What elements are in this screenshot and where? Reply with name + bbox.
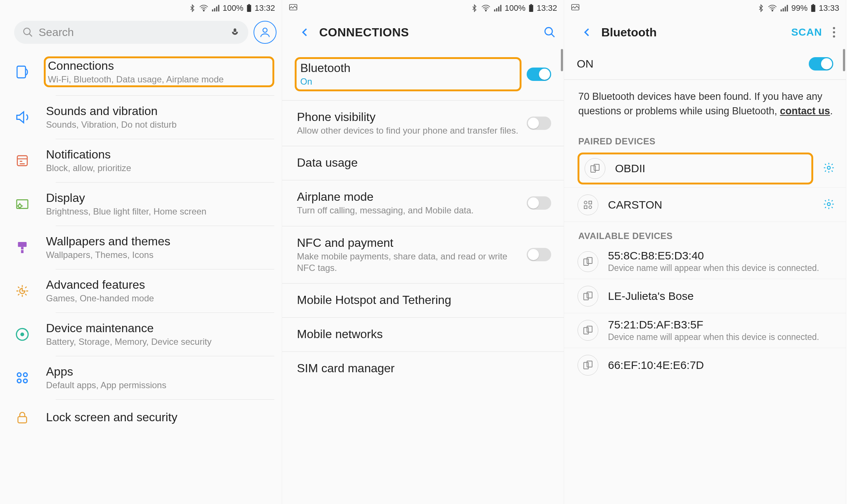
device-icon (585, 158, 605, 179)
device-icon (578, 355, 598, 376)
nfc-toggle[interactable] (527, 248, 551, 261)
settings-sub: Wallpapers, Themes, Icons (46, 250, 272, 260)
device-icon (578, 286, 598, 307)
app-bar: CONNECTIONS (282, 16, 564, 48)
row-title: Phone visibility (297, 110, 519, 124)
svg-rect-47 (589, 201, 592, 204)
svg-point-45 (827, 166, 830, 169)
info-text-b: . (830, 105, 833, 117)
svg-rect-37 (786, 5, 788, 12)
lock-icon (13, 408, 32, 428)
battery-percent: 99% (791, 3, 808, 13)
bluetooth-master-toggle[interactable] (809, 57, 833, 71)
bluetooth-icon (471, 4, 478, 12)
row-title: Mobile Hotspot and Tethering (297, 293, 551, 307)
bluetooth-screen: 99% 13:33 Bluetooth SCAN ON 70 Bluetooth… (564, 0, 846, 504)
row-title: Data usage (297, 156, 551, 170)
signal-icon (212, 4, 220, 12)
conn-item-mobile-networks[interactable]: Mobile networks (282, 318, 564, 352)
search-button[interactable] (541, 23, 559, 41)
svg-point-49 (589, 206, 592, 209)
conn-item-bluetooth[interactable]: Bluetooth On (282, 48, 564, 101)
apps-icon (13, 368, 32, 387)
settings-title: Apps (46, 365, 272, 379)
settings-item-sounds[interactable]: Sounds and vibration Sounds, Vibration, … (0, 95, 282, 139)
svg-rect-30 (530, 4, 532, 5)
back-button[interactable] (578, 23, 596, 41)
settings-title: Connections (48, 59, 270, 73)
svg-rect-13 (18, 242, 26, 247)
available-device[interactable]: LE-Julieta's Bose (564, 279, 846, 313)
settings-item-apps[interactable]: Apps Default apps, App permissions (0, 356, 282, 399)
device-settings-button[interactable] (823, 162, 835, 175)
svg-rect-15 (21, 250, 24, 253)
paired-devices-header: PAIRED DEVICES (564, 127, 846, 150)
svg-point-46 (584, 201, 587, 204)
svg-rect-3 (216, 7, 217, 12)
conn-item-phone-visibility[interactable]: Phone visibility Allow other devices to … (282, 101, 564, 146)
svg-rect-35 (782, 8, 784, 12)
scan-button[interactable]: SCAN (791, 26, 822, 38)
search-bar-row: Search (0, 16, 282, 48)
search-input[interactable]: Search (14, 21, 248, 44)
device-settings-button[interactable] (823, 198, 835, 212)
available-device[interactable]: 66:EF:10:4E:E6:7D (564, 348, 846, 382)
bluetooth-toggle[interactable] (527, 68, 551, 81)
svg-rect-1 (212, 9, 213, 12)
svg-rect-29 (529, 5, 533, 12)
settings-item-maintenance[interactable]: Device maintenance Battery, Storage, Mem… (0, 312, 282, 356)
settings-list[interactable]: Connections Wi-Fi, Bluetooth, Data usage… (0, 48, 282, 504)
settings-title: Notifications (46, 148, 272, 161)
conn-item-sim[interactable]: SIM card manager (282, 352, 564, 386)
wifi-icon (768, 4, 777, 12)
device-icon (578, 194, 598, 215)
settings-item-lockscreen[interactable]: Lock screen and security (0, 399, 282, 436)
svg-rect-44 (594, 164, 599, 170)
available-device[interactable]: 55:8C:B8:E5:D3:40 Device name will appea… (564, 244, 846, 279)
paired-device-obdii[interactable]: OBDII (564, 150, 846, 188)
connections-list[interactable]: Bluetooth On Phone visibility Allow othe… (282, 48, 564, 504)
wallpaper-icon (13, 238, 32, 257)
paired-device-carston[interactable]: CARSTON (564, 188, 846, 222)
bluetooth-content[interactable]: ON 70 Bluetooth devices have been found.… (564, 48, 846, 504)
status-bar: 100% 13:32 (282, 0, 564, 16)
mic-icon[interactable] (230, 27, 240, 37)
svg-point-20 (17, 379, 21, 383)
conn-item-nfc[interactable]: NFC and payment Make mobile payments, sh… (282, 226, 564, 284)
settings-item-notifications[interactable]: Notifications Block, allow, prioritize (0, 139, 282, 182)
svg-rect-51 (584, 259, 589, 265)
scrollbar[interactable] (843, 49, 845, 71)
visibility-toggle[interactable] (527, 117, 551, 130)
conn-item-hotspot[interactable]: Mobile Hotspot and Tethering (282, 284, 564, 318)
screenshot-icon (571, 3, 580, 13)
airplane-toggle[interactable] (527, 196, 551, 210)
svg-point-40 (833, 27, 835, 29)
row-title: Airplane mode (297, 190, 519, 204)
svg-rect-36 (785, 7, 786, 12)
contact-us-link[interactable]: contact us (780, 105, 830, 117)
settings-sub: Default apps, App permissions (46, 380, 272, 390)
conn-item-data-usage[interactable]: Data usage (282, 146, 564, 180)
conn-item-airplane[interactable]: Airplane mode Turn off calling, messagin… (282, 180, 564, 226)
back-button[interactable] (296, 23, 314, 41)
available-device[interactable]: 75:21:D5:AF:B3:5F Device name will appea… (564, 313, 846, 348)
settings-item-connections[interactable]: Connections Wi-Fi, Bluetooth, Data usage… (0, 48, 282, 95)
svg-rect-25 (494, 9, 495, 12)
person-icon (259, 26, 271, 39)
wifi-icon (199, 4, 209, 12)
profile-button[interactable] (254, 21, 277, 44)
clock: 13:33 (819, 3, 839, 13)
svg-point-21 (23, 379, 27, 383)
settings-sub: Games, One-handed mode (46, 293, 272, 304)
settings-sub: Wi-Fi, Bluetooth, Data usage, Airplane m… (48, 74, 270, 85)
settings-item-wallpapers[interactable]: Wallpapers and themes Wallpapers, Themes… (0, 226, 282, 269)
more-button[interactable] (827, 23, 841, 41)
row-sub: Turn off calling, messaging, and Mobile … (297, 204, 519, 216)
settings-item-display[interactable]: Display Brightness, Blue light filter, H… (0, 182, 282, 226)
svg-rect-5 (247, 5, 251, 12)
advanced-icon (13, 281, 32, 301)
svg-rect-9 (17, 66, 26, 78)
settings-item-advanced[interactable]: Advanced features Games, One-handed mode (0, 269, 282, 312)
device-icon (578, 320, 598, 341)
device-sub: Device name will appear when this device… (608, 332, 835, 343)
